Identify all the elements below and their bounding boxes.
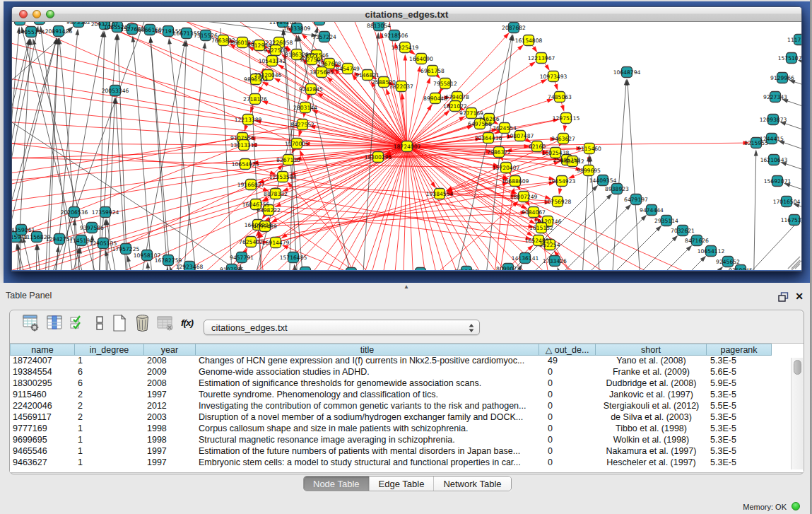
table-cell[interactable]: 6	[75, 378, 144, 390]
network-window-titlebar[interactable]: citations_edges.txt	[12, 7, 801, 22]
table-cell[interactable]: 2008	[144, 356, 196, 367]
table-cell[interactable]: 5.3E-5	[707, 412, 772, 424]
table-cell[interactable]: 1998	[144, 435, 196, 446]
table-cell[interactable]: Dudbridge et al. (2008)	[596, 378, 707, 390]
delete-table-icon[interactable]	[157, 314, 174, 332]
table-cell[interactable]: Wolkin et al. (1998)	[596, 435, 707, 446]
table-cell[interactable]: 1998	[144, 424, 196, 435]
new-column-icon[interactable]	[112, 314, 129, 332]
table-cell[interactable]: 1	[75, 435, 144, 446]
table-cell[interactable]: Structural magnetic resonance image aver…	[196, 435, 539, 446]
table-cell[interactable]: Tibbo et al. (1998)	[596, 424, 707, 435]
edge-arrowhead	[544, 64, 549, 71]
table-cell[interactable]: 1	[75, 356, 144, 367]
select-all-icon[interactable]	[69, 314, 86, 332]
table-cell[interactable]: 1	[75, 424, 144, 435]
table-cell[interactable]: 18724007	[10, 356, 75, 367]
table-cell[interactable]: 0	[539, 446, 596, 457]
scrollbar-thumb[interactable]	[794, 360, 801, 375]
table-cell[interactable]: 1997	[144, 390, 196, 401]
table-cell[interactable]: 1	[75, 446, 144, 457]
table-cell[interactable]: 2009	[144, 367, 196, 378]
column-header-year[interactable]: year	[144, 344, 196, 356]
function-builder-icon[interactable]: f(x)	[181, 314, 198, 332]
column-header-out-de-[interactable]: △ out_de...	[539, 344, 596, 356]
table-cell[interactable]: 0	[539, 424, 596, 435]
table-cell[interactable]: Changes of HCN gene expression and I(f) …	[196, 356, 539, 367]
table-cell[interactable]: 9463627	[10, 457, 75, 469]
table-cell[interactable]: Yano et al. (2008)	[596, 356, 707, 367]
table-cell[interactable]: Genome-wide association studies in ADHD.	[196, 367, 539, 378]
table-cell[interactable]: 5.9E-5	[707, 378, 772, 390]
tab-edge-table[interactable]: Edge Table	[370, 477, 435, 491]
table-cell[interactable]: 9465546	[10, 446, 75, 457]
table-cell[interactable]: de Silva et al. (2003)	[596, 412, 707, 424]
table-cell[interactable]: 49	[539, 356, 596, 367]
table-cell[interactable]: Estimation of significance thresholds fo…	[196, 378, 539, 390]
table-cell[interactable]: 5.6E-5	[707, 367, 772, 378]
table-cell[interactable]: 22420046	[10, 401, 75, 412]
table-cell[interactable]: 14569117	[10, 412, 75, 424]
table-cell[interactable]: 9699695	[10, 435, 75, 446]
table-cell[interactable]: 0	[539, 412, 596, 424]
column-header-pagerank[interactable]: pagerank	[707, 344, 772, 356]
table-cell[interactable]: 1997	[144, 446, 196, 457]
table-cell[interactable]: Investigating the contribution of common…	[196, 401, 539, 412]
table-cell[interactable]: Hescheler et al. (1997)	[596, 457, 707, 469]
table-cell[interactable]: 2	[75, 412, 144, 424]
table-cell[interactable]: 5.3E-5	[707, 424, 772, 435]
vertical-scrollbar[interactable]	[791, 358, 803, 469]
table-cell[interactable]: 9777169	[10, 424, 75, 435]
table-cell[interactable]: Jankovic et al. (1997)	[596, 390, 707, 401]
table-cell[interactable]: 5.3E-5	[707, 457, 772, 469]
column-header-name[interactable]: name	[10, 344, 75, 356]
table-cell[interactable]: 0	[539, 378, 596, 390]
column-header-title[interactable]: title	[196, 344, 539, 356]
column-header-in-degree[interactable]: in_degree	[75, 344, 144, 356]
splitter-collapse-icon[interactable]: ▲	[402, 284, 411, 289]
table-cell[interactable]: 5.3E-5	[707, 356, 772, 367]
table-cell[interactable]: 2	[75, 390, 144, 401]
table-cell[interactable]: 5.3E-5	[707, 446, 772, 457]
table-cell[interactable]: Tourette syndrome. Phenomenology and cla…	[196, 390, 539, 401]
table-cell[interactable]: 2	[75, 401, 144, 412]
delete-columns-icon[interactable]	[134, 314, 151, 332]
table-cell[interactable]: 2008	[144, 378, 196, 390]
table-cell[interactable]: Nakamura et al. (1997)	[596, 446, 707, 457]
table-cell[interactable]: 5.3E-5	[707, 390, 772, 401]
network-view-window[interactable]: citations_edges.txt 18965042089143140557…	[11, 6, 802, 271]
table-cell[interactable]: 6	[75, 367, 144, 378]
table-cell[interactable]: 0	[539, 390, 596, 401]
table-cell[interactable]: 19384554	[10, 367, 75, 378]
table-mode-icon[interactable]	[23, 314, 40, 332]
float-window-icon[interactable]	[778, 292, 789, 302]
table-cell[interactable]: 0	[539, 367, 596, 378]
table-cell[interactable]: Franke et al. (2009)	[596, 367, 707, 378]
table-cell[interactable]: 2012	[144, 401, 196, 412]
table-cell[interactable]: 1	[75, 457, 144, 469]
network-table-selector[interactable]: citations_edges.txt	[204, 320, 480, 335]
table-cell[interactable]: Disruption of a novel member of a sodium…	[196, 412, 539, 424]
table-cell[interactable]: Embryonic stem cells: a model to study s…	[196, 457, 539, 469]
close-panel-icon[interactable]: ✕	[794, 290, 805, 303]
table-cell[interactable]: 9115460	[10, 390, 75, 401]
network-canvas[interactable]: 1896504208914314055714208914069873562209…	[12, 22, 801, 270]
table-cell[interactable]: 1997	[144, 457, 196, 469]
clear-selection-icon[interactable]	[92, 314, 109, 332]
table-cell[interactable]: 5.5E-5	[707, 401, 772, 412]
table-cell[interactable]: 18300295	[10, 378, 75, 390]
table-cell[interactable]: Corpus callosum shape and size in male p…	[196, 424, 539, 435]
table-cell[interactable]: 0	[539, 457, 596, 469]
table-cell[interactable]: 0	[539, 435, 596, 446]
show-columns-icon[interactable]	[47, 314, 64, 332]
column-header-short[interactable]: short	[596, 344, 707, 356]
table-cell[interactable]: 5.3E-5	[707, 435, 772, 446]
table-cell[interactable]: 0	[539, 401, 596, 412]
network-graph[interactable]: 1896504208914314055714208914069873562209…	[12, 22, 801, 270]
table-cell[interactable]: 2003	[144, 412, 196, 424]
tab-network-table[interactable]: Network Table	[434, 477, 510, 491]
tab-node-table[interactable]: Node Table	[304, 477, 370, 491]
table-cell[interactable]: Estimation of the future numbers of pati…	[196, 446, 539, 457]
resize-grip-icon[interactable]	[785, 254, 801, 269]
table-cell[interactable]: Stergiakouli et al. (2012)	[596, 401, 707, 412]
